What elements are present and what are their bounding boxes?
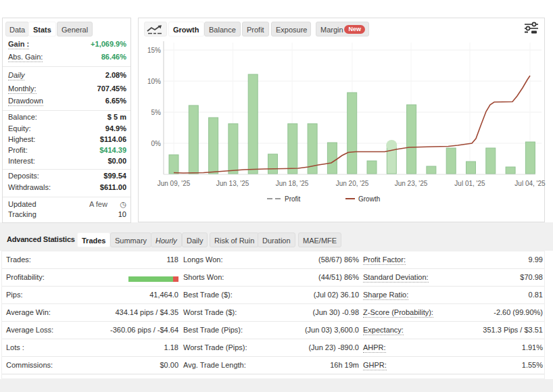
svg-text:0%: 0% [151,140,162,147]
svg-text:5%: 5% [151,109,162,116]
svg-text:Jun 20, '25: Jun 20, '25 [336,180,369,187]
svg-text:Jun 23, '25: Jun 23, '25 [395,180,428,187]
svg-text:Jun 13, '25: Jun 13, '25 [216,180,249,187]
svg-text:Jul 01, '25: Jul 01, '25 [454,180,485,187]
svg-text:Jun 18, '25: Jun 18, '25 [276,180,309,187]
svg-text:Profit: Profit [285,195,301,203]
svg-text:Jul 04, '25: Jul 04, '25 [514,180,546,187]
svg-text:Jun 09, '25: Jun 09, '25 [158,180,191,187]
svg-text:Growth: Growth [358,195,380,203]
svg-text:10%: 10% [147,78,161,85]
svg-text:15%: 15% [147,47,161,54]
